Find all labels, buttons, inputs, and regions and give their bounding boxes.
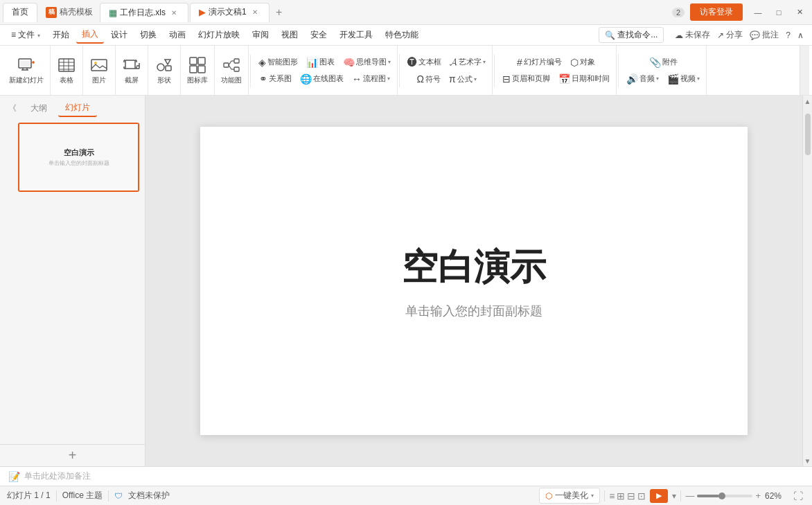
slide-thumbnail[interactable]: 空白演示 单击输入您的封面副标题 bbox=[18, 123, 139, 192]
tab-home[interactable]: 首页 bbox=[3, 3, 37, 22]
note-icon: 📝 bbox=[8, 471, 20, 482]
note-placeholder[interactable]: 单击此处添加备注 bbox=[24, 470, 91, 482]
datetime-button[interactable]: 📅 日期和时间 bbox=[555, 72, 613, 86]
menu-developer[interactable]: 开发工具 bbox=[334, 27, 378, 43]
object-button[interactable]: ⬡ 对象 bbox=[567, 55, 599, 69]
canvas-area: 空白演示 单击输入您的封面副标题 bbox=[145, 96, 802, 466]
header-footer-button[interactable]: ⊟ 页眉和页脚 bbox=[499, 72, 554, 86]
notes-view-icon[interactable]: ⊡ bbox=[637, 490, 646, 502]
svg-rect-15 bbox=[125, 60, 135, 69]
login-button[interactable]: 访客登录 bbox=[690, 3, 743, 21]
tab-template[interactable]: 稿 稿壳模板 bbox=[39, 3, 100, 22]
scroll-thumb[interactable] bbox=[805, 114, 811, 155]
search-icon: 🔍 bbox=[605, 30, 615, 40]
table-label: 表格 bbox=[60, 76, 73, 85]
audio-button[interactable]: 🔊 音频 ▾ bbox=[623, 72, 662, 86]
share-button[interactable]: ↗ 分享 bbox=[714, 28, 745, 42]
iconlib-button[interactable]: 图标库 bbox=[184, 53, 211, 87]
menu-file[interactable]: ≡ 文件 ▾ bbox=[6, 27, 46, 43]
video-button[interactable]: 🎬 视频 ▾ bbox=[664, 72, 703, 86]
flowchart-label: 流程图 bbox=[363, 73, 386, 84]
status-sep-1 bbox=[56, 490, 57, 502]
grid-view-icon[interactable]: ⊟ bbox=[627, 490, 635, 502]
textbox-icon: 🅣 bbox=[407, 57, 417, 68]
online-table-button[interactable]: 🌐 在线图表 bbox=[297, 72, 347, 86]
smart-shape-button[interactable]: ◈ 智能图形 bbox=[255, 55, 301, 69]
notification-badge[interactable]: 2 bbox=[672, 8, 685, 17]
toolbar-group-image: 图片 bbox=[83, 46, 116, 95]
menu-transition[interactable]: 切换 bbox=[134, 27, 162, 43]
zoom-minus[interactable]: — bbox=[685, 490, 694, 501]
menu-slideshow[interactable]: 幻灯片放映 bbox=[193, 27, 245, 43]
cloud-icon: ☁ bbox=[675, 30, 683, 40]
zoom-plus[interactable]: + bbox=[755, 490, 761, 501]
menu-animation[interactable]: 动画 bbox=[164, 27, 191, 43]
object-icon: ⬡ bbox=[570, 57, 579, 68]
smart-tools-row2: ⚭ 关系图 🌐 在线图表 ↔ 流程图 ▾ bbox=[256, 72, 394, 86]
scroll-up-arrow[interactable]: ▲ bbox=[803, 96, 812, 107]
play-button[interactable]: ▶ bbox=[650, 489, 668, 503]
table-button[interactable]: 表格 bbox=[53, 53, 80, 87]
right-scrollbar[interactable]: ▲ ▼ bbox=[802, 96, 812, 466]
symbol-button[interactable]: Ω 符号 bbox=[413, 72, 443, 86]
slide-num-label: 幻灯片编号 bbox=[524, 57, 562, 67]
art-text-button[interactable]: 𝓐 艺术字 ▾ bbox=[446, 55, 489, 69]
play-dropdown[interactable]: ▾ bbox=[672, 491, 676, 501]
zoom-track[interactable] bbox=[697, 495, 752, 497]
formula-chevron: ▾ bbox=[474, 76, 477, 82]
scroll-track[interactable] bbox=[803, 107, 812, 455]
relation-map-button[interactable]: ⚭ 关系图 bbox=[256, 72, 295, 86]
new-tab-button[interactable]: + bbox=[270, 3, 289, 22]
add-slide-button[interactable]: + bbox=[0, 444, 145, 466]
minimize-button[interactable]: — bbox=[748, 6, 768, 19]
close-button[interactable]: ✕ bbox=[790, 6, 809, 19]
list-view-icon[interactable]: ≡ bbox=[609, 490, 615, 502]
menu-design[interactable]: 设计 bbox=[105, 27, 133, 43]
scroll-down-arrow[interactable]: ▼ bbox=[803, 455, 812, 466]
chart-button[interactable]: 📊 图表 bbox=[303, 55, 338, 69]
shape-button[interactable]: 形状 bbox=[151, 53, 177, 87]
new-slide-button[interactable]: 新建幻灯片 bbox=[6, 53, 47, 87]
beautify-button[interactable]: ⬡ 一键美化 ▾ bbox=[539, 488, 600, 504]
toolbar-group-table: 表格 bbox=[51, 46, 83, 95]
tab-presentation-close[interactable]: ✕ bbox=[249, 7, 261, 18]
share-label: 分享 bbox=[726, 29, 743, 41]
funcmap-button[interactable]: 功能图 bbox=[218, 53, 245, 87]
menu-view[interactable]: 视图 bbox=[276, 27, 303, 43]
toolbar-sep-1 bbox=[250, 54, 251, 87]
toolbar-group-funcmap: 功能图 bbox=[215, 46, 249, 95]
unsaved-indicator[interactable]: ☁ 未保存 bbox=[672, 28, 713, 42]
mind-map-button[interactable]: 🧠 思维导图 ▾ bbox=[339, 55, 394, 69]
formula-icon: π bbox=[449, 73, 456, 85]
flowchart-button[interactable]: ↔ 流程图 ▾ bbox=[348, 72, 394, 86]
image-button[interactable]: 图片 bbox=[86, 53, 112, 87]
zoom-thumb[interactable] bbox=[718, 493, 725, 499]
attachment-button[interactable]: 📎 附件 bbox=[646, 55, 681, 69]
menu-home[interactable]: 开始 bbox=[47, 27, 75, 43]
screenshot-button[interactable]: 截屏 bbox=[118, 53, 145, 87]
search-command[interactable]: 🔍 查找命令... bbox=[599, 27, 664, 43]
menu-insert[interactable]: 插入 bbox=[76, 26, 104, 44]
iconlib-label: 图标库 bbox=[187, 76, 208, 85]
tab-slides[interactable]: 幻灯片 bbox=[58, 100, 97, 117]
help-button[interactable]: ? bbox=[783, 29, 793, 42]
menu-special[interactable]: 特色功能 bbox=[380, 27, 424, 43]
shape-label: 形状 bbox=[157, 76, 171, 85]
tab-presentation[interactable]: ▶ 演示文稿1 ✕ bbox=[190, 3, 270, 22]
textbox-button[interactable]: 🅣 文本框 bbox=[404, 55, 445, 69]
menu-security[interactable]: 安全 bbox=[305, 27, 333, 43]
expand-button[interactable]: ∧ bbox=[795, 29, 806, 42]
slide-canvas[interactable]: 空白演示 单击输入您的封面副标题 bbox=[200, 127, 748, 435]
fullscreen-button[interactable]: ⛶ bbox=[791, 489, 805, 503]
tab-xls[interactable]: ▦ 工作日志.xls ✕ bbox=[100, 3, 188, 22]
panel-collapse-button[interactable]: 《 bbox=[6, 102, 19, 116]
menu-review[interactable]: 审阅 bbox=[247, 27, 274, 43]
zoom-level[interactable]: 62% bbox=[765, 491, 787, 501]
comment-button[interactable]: 💬 批注 bbox=[747, 28, 782, 42]
tab-xls-close[interactable]: ✕ bbox=[168, 7, 179, 18]
slide-num-button[interactable]: # 幻灯片编号 bbox=[513, 55, 565, 69]
formula-button[interactable]: π 公式 ▾ bbox=[445, 72, 480, 86]
tab-outline[interactable]: 大纲 bbox=[24, 100, 54, 116]
maximize-button[interactable]: □ bbox=[769, 6, 788, 19]
normal-view-icon[interactable]: ⊞ bbox=[617, 490, 625, 502]
